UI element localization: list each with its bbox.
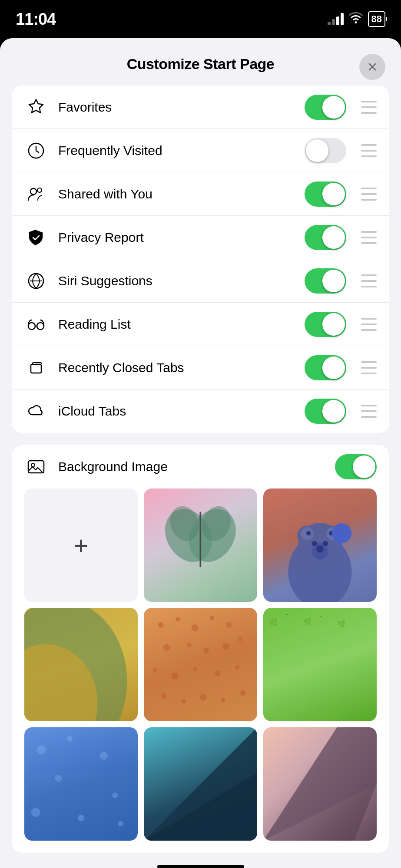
favorites-drag-handle[interactable] — [361, 101, 377, 114]
svg-point-24 — [323, 541, 328, 547]
settings-card: Favorites Frequently Visited — [12, 86, 389, 433]
privacy-report-toggle[interactable] — [305, 225, 346, 250]
svg-point-47 — [161, 693, 166, 699]
svg-text:•: • — [320, 614, 322, 619]
icloud-tabs-label: iCloud Tabs — [58, 404, 294, 419]
recently-closed-tabs-drag-handle[interactable] — [361, 361, 377, 374]
background-teal[interactable] — [144, 727, 257, 841]
image-icon — [24, 455, 48, 479]
svg-point-41 — [222, 643, 229, 650]
svg-point-45 — [215, 670, 220, 676]
status-icons: 88 — [328, 11, 385, 27]
svg-point-46 — [235, 665, 239, 670]
svg-point-63 — [78, 815, 85, 822]
background-flowers[interactable] — [144, 608, 257, 721]
svg-point-57 — [37, 746, 46, 755]
sheet-header: Customize Start Page — [0, 38, 401, 86]
customize-sheet: Customize Start Page Favorites — [0, 38, 401, 868]
svg-point-59 — [100, 752, 108, 759]
privacy-report-label: Privacy Report — [58, 230, 294, 245]
svg-point-42 — [153, 668, 157, 672]
svg-point-26 — [306, 531, 311, 535]
siri-suggestions-label: Siri Suggestions — [58, 274, 294, 288]
shared-with-you-drag-handle[interactable] — [361, 188, 377, 201]
setting-row-icloud-tabs: iCloud Tabs — [12, 389, 389, 433]
svg-point-44 — [192, 667, 197, 671]
svg-point-5 — [28, 323, 35, 330]
background-pink-geo[interactable] — [263, 727, 377, 841]
background-abstract1[interactable] — [24, 608, 138, 721]
svg-point-28 — [332, 523, 352, 543]
svg-point-40 — [203, 647, 209, 653]
svg-text:🌿: 🌿 — [337, 620, 346, 628]
svg-point-60 — [55, 775, 62, 782]
star-icon — [24, 96, 48, 119]
svg-point-38 — [163, 644, 170, 651]
svg-point-51 — [240, 690, 246, 696]
frequently-visited-drag-handle[interactable] — [361, 144, 377, 157]
setting-row-recently-closed-tabs: Recently Closed Tabs — [12, 346, 389, 389]
siri-icon — [24, 269, 48, 293]
background-butterfly[interactable] — [144, 488, 257, 602]
svg-text:•: • — [286, 611, 288, 618]
svg-point-49 — [200, 694, 207, 701]
svg-text:🌿: 🌿 — [269, 618, 278, 627]
svg-point-39 — [187, 643, 191, 647]
icloud-tabs-toggle[interactable] — [305, 399, 346, 424]
background-image-header: Background Image — [12, 445, 389, 488]
svg-point-23 — [312, 541, 318, 547]
shield-icon — [24, 226, 48, 249]
background-bear[interactable] — [263, 488, 377, 602]
svg-text:🌿: 🌿 — [303, 617, 312, 626]
shared-with-you-label: Shared with You — [58, 187, 294, 201]
setting-row-siri-suggestions: Siri Suggestions — [12, 259, 389, 303]
favorites-label: Favorites — [58, 100, 294, 115]
siri-suggestions-toggle[interactable] — [305, 268, 346, 294]
shared-with-you-toggle[interactable] — [305, 182, 346, 207]
reading-list-toggle[interactable] — [305, 312, 346, 337]
svg-rect-8 — [33, 363, 41, 364]
background-blue[interactable] — [24, 727, 138, 841]
frequently-visited-toggle[interactable] — [305, 138, 346, 163]
svg-point-58 — [67, 736, 73, 742]
glasses-icon — [24, 313, 48, 336]
add-background-button[interactable]: + — [24, 488, 138, 602]
tabs-icon — [24, 356, 48, 380]
svg-point-62 — [31, 808, 40, 817]
recently-closed-tabs-toggle[interactable] — [305, 355, 346, 380]
status-time: 11:04 — [16, 10, 56, 29]
icloud-tabs-drag-handle[interactable] — [361, 405, 377, 418]
close-button[interactable] — [359, 54, 385, 80]
privacy-report-drag-handle[interactable] — [361, 231, 377, 244]
svg-point-61 — [112, 792, 118, 798]
reading-list-drag-handle[interactable] — [361, 318, 377, 331]
plus-icon: + — [74, 533, 89, 558]
siri-suggestions-drag-handle[interactable] — [361, 274, 377, 287]
favorites-toggle[interactable] — [305, 95, 346, 120]
cloud-icon — [24, 399, 48, 423]
background-green[interactable]: 🌿 • 🌿 • 🌿 — [263, 608, 377, 721]
background-image-toggle[interactable] — [335, 454, 377, 479]
svg-point-36 — [226, 622, 232, 628]
clock-icon — [24, 139, 48, 162]
setting-row-reading-list: Reading List — [12, 303, 389, 346]
home-indicator — [157, 865, 244, 868]
setting-row-privacy-report: Privacy Report — [12, 216, 389, 259]
svg-point-34 — [192, 624, 199, 631]
svg-point-32 — [158, 622, 164, 628]
svg-point-50 — [221, 698, 225, 702]
svg-rect-15 — [200, 512, 202, 567]
svg-point-2 — [37, 188, 42, 192]
setting-row-favorites: Favorites — [12, 86, 389, 129]
svg-point-6 — [37, 323, 44, 330]
background-grid: + — [12, 488, 389, 853]
wifi-icon — [349, 12, 363, 27]
battery-icon: 88 — [368, 11, 385, 27]
svg-marker-68 — [263, 727, 377, 841]
recently-closed-tabs-label: Recently Closed Tabs — [58, 360, 294, 375]
svg-point-1 — [30, 188, 36, 195]
setting-row-frequently-visited: Frequently Visited — [12, 129, 389, 172]
people-icon — [24, 182, 48, 206]
svg-point-48 — [181, 699, 186, 703]
reading-list-label: Reading List — [58, 317, 294, 332]
